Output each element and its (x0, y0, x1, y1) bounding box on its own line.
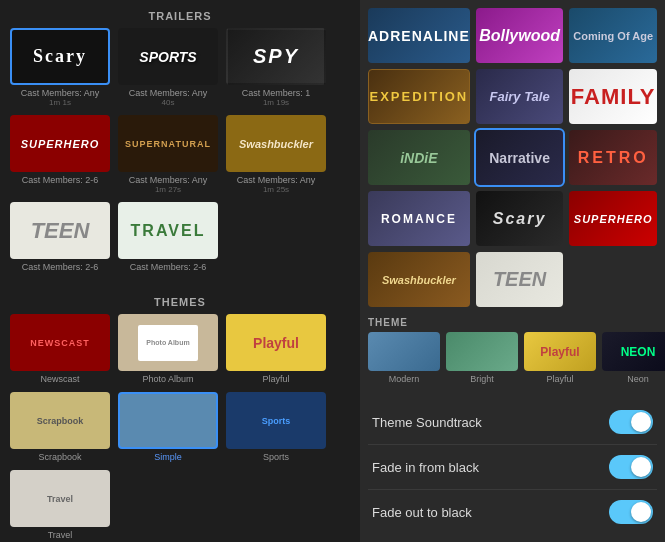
theme-scroll-thumb-neon[interactable]: NEON (602, 332, 665, 371)
theme-thumb-photoalbum[interactable]: Photo Album (118, 314, 218, 371)
theme-label-sports-th: Sports (263, 452, 289, 462)
toggle-fade-out[interactable] (609, 500, 653, 524)
trailer-label-teen: Cast Members: 2-6 (22, 262, 99, 272)
theme-scroll-label-playful: Playful (546, 374, 573, 384)
trailer-thumb-spy[interactable]: SPY (226, 28, 326, 85)
theme-thumb-travel[interactable]: Travel (10, 470, 110, 527)
trailer-item-swashbuckler[interactable]: Swashbuckler Cast Members: Any 1m 25s (226, 115, 326, 194)
toggle-knob-fade-out (631, 502, 651, 522)
trailer-item-sports[interactable]: SPORTS Cast Members: Any 40s (118, 28, 218, 107)
theme-scroll-row: Modern Bright Playful Playful NEON Neon (360, 332, 665, 392)
trailer-label-sports: Cast Members: Any (129, 88, 208, 98)
trailer-thumb-teen[interactable]: TEEN (10, 202, 110, 259)
theme-label-travel-th: Travel (48, 530, 73, 540)
trailer-label-scary: Cast Members: Any (21, 88, 100, 98)
setting-label-theme-soundtrack: Theme Soundtrack (372, 415, 482, 430)
trailer-cell-expedition[interactable]: EXPEDITION (368, 69, 470, 124)
trailers-section-title: TRAILERS (0, 0, 360, 28)
setting-label-fade-in: Fade in from black (372, 460, 479, 475)
trailer-label-travel: Cast Members: 2-6 (130, 262, 207, 272)
trailer-thumb-superhero[interactable]: SUPERHERO (10, 115, 110, 172)
trailer-item-superhero[interactable]: SUPERHERO Cast Members: 2-6 (10, 115, 110, 194)
trailer-cell-romance[interactable]: ROMANCE (368, 191, 470, 246)
themes-row-3: Travel Travel (0, 470, 360, 540)
theme-item-sports-th[interactable]: Sports Sports (226, 392, 326, 462)
trailer-item-spy[interactable]: SPY Cast Members: 1 1m 19s (226, 28, 326, 107)
theme-item-newscast[interactable]: NEWSCAST Newscast (10, 314, 110, 384)
theme-scroll-item-neon[interactable]: NEON Neon (602, 332, 665, 384)
theme-item-scrapbook[interactable]: Scrapbook Scrapbook (10, 392, 110, 462)
theme-thumb-newscast[interactable]: NEWSCAST (10, 314, 110, 371)
trailer-cell-narrative[interactable]: Narrative (476, 130, 564, 185)
toggle-knob-theme-soundtrack (631, 412, 651, 432)
theme-scroll-thumb-playful[interactable]: Playful (524, 332, 596, 371)
theme-label-playful: Playful (262, 374, 289, 384)
theme-thumb-playful[interactable]: Playful (226, 314, 326, 371)
trailer-cell-superhero[interactable]: SUPERHERO (569, 191, 657, 246)
theme-item-photoalbum[interactable]: Photo Album Photo Album (118, 314, 218, 384)
trailer-item-supernatural[interactable]: SUPERNATURAL Cast Members: Any 1m 27s (118, 115, 218, 194)
setting-row-fade-out: Fade out to black (368, 489, 657, 534)
theme-label-scrapbook: Scrapbook (38, 452, 81, 462)
themes-row-2: Scrapbook Scrapbook Simple Sports Sports (0, 392, 360, 462)
theme-label-newscast: Newscast (40, 374, 79, 384)
trailer-row-1: Scary Cast Members: Any 1m 1s SPORTS Cas… (0, 28, 360, 107)
toggle-knob-fade-in (631, 457, 651, 477)
trailer-cell-teen[interactable]: TEEN (476, 252, 564, 307)
toggle-theme-soundtrack[interactable] (609, 410, 653, 434)
trailer-cell-bollywood[interactable]: Bollywood (476, 8, 564, 63)
trailer-cell-family[interactable]: FAMILY (569, 69, 657, 124)
trailer-cell-indie[interactable]: iNDiE (368, 130, 470, 185)
theme-label-photoalbum: Photo Album (142, 374, 193, 384)
theme-thumb-sports[interactable]: Sports (226, 392, 326, 449)
trailer-cell-adrenaline[interactable]: ADRENALINE (368, 8, 470, 63)
theme-label-simple: Simple (154, 452, 182, 462)
themes-section-title: THEMES (0, 286, 360, 314)
theme-thumb-simple[interactable] (118, 392, 218, 449)
theme-scroll-label-modern: Modern (389, 374, 420, 384)
trailer-thumb-travel[interactable]: TRAVEL (118, 202, 218, 259)
trailer-item-teen[interactable]: TEEN Cast Members: 2-6 (10, 202, 110, 272)
theme-item-playful[interactable]: Playful Playful (226, 314, 326, 384)
trailer-thumb-scary[interactable]: Scary (10, 28, 110, 85)
theme-item-simple[interactable]: Simple (118, 392, 218, 462)
trailer-thumb-supernatural[interactable]: SUPERNATURAL (118, 115, 218, 172)
trailer-cell-retro[interactable]: RETRO (569, 130, 657, 185)
trailer-cell-swashbuckler[interactable]: Swashbuckler (368, 252, 470, 307)
trailer-cell-scary[interactable]: Scary (476, 191, 564, 246)
theme-scroll-label-bright: Bright (470, 374, 494, 384)
trailer-label-superhero: Cast Members: 2-6 (22, 175, 99, 185)
theme-scroll-item-modern[interactable]: Modern (368, 332, 440, 384)
theme-item-travel-th[interactable]: Travel Travel (10, 470, 110, 540)
trailer-row-2: SUPERHERO Cast Members: 2-6 SUPERNATURAL… (0, 115, 360, 194)
trailer-sub-scary: 1m 1s (49, 98, 71, 107)
theme-scroll-item-bright[interactable]: Bright (446, 332, 518, 384)
theme-scroll-item-playful[interactable]: Playful Playful (524, 332, 596, 384)
trailer-label-supernatural: Cast Members: Any (129, 175, 208, 185)
trailer-item-scary[interactable]: Scary Cast Members: Any 1m 1s (10, 28, 110, 107)
theme-scroll-thumb-bright[interactable] (446, 332, 518, 371)
toggle-fade-in[interactable] (609, 455, 653, 479)
theme-thumb-scrapbook[interactable]: Scrapbook (10, 392, 110, 449)
right-panel: ADRENALINE Bollywood Coming Of Age EXPED… (360, 0, 665, 542)
trailer-sub-swashbuckler: 1m 25s (263, 185, 289, 194)
trailer-cell-fairytale[interactable]: Fairy Tale (476, 69, 564, 124)
setting-row-theme-soundtrack: Theme Soundtrack (368, 400, 657, 444)
trailer-thumb-swashbuckler[interactable]: Swashbuckler (226, 115, 326, 172)
trailer-thumb-sports[interactable]: SPORTS (118, 28, 218, 85)
trailer-label-spy: Cast Members: 1 (242, 88, 311, 98)
trailer-sub-sports: 40s (162, 98, 175, 107)
themes-row-1: NEWSCAST Newscast Photo Album Photo Albu… (0, 314, 360, 384)
trailer-grid: ADRENALINE Bollywood Coming Of Age EXPED… (360, 0, 665, 311)
left-panel: TRAILERS Scary Cast Members: Any 1m 1s S… (0, 0, 360, 542)
theme-scroll-thumb-modern[interactable] (368, 332, 440, 371)
trailer-row-3: TEEN Cast Members: 2-6 TRAVEL Cast Membe… (0, 202, 360, 272)
theme-section-label: THEME (360, 311, 665, 332)
settings-section: Theme Soundtrack Fade in from black Fade… (360, 392, 665, 542)
trailer-item-travel[interactable]: TRAVEL Cast Members: 2-6 (118, 202, 218, 272)
trailer-sub-supernatural: 1m 27s (155, 185, 181, 194)
trailer-cell-comingofage[interactable]: Coming Of Age (569, 8, 657, 63)
theme-scroll-label-neon: Neon (627, 374, 649, 384)
trailer-sub-spy: 1m 19s (263, 98, 289, 107)
setting-label-fade-out: Fade out to black (372, 505, 472, 520)
